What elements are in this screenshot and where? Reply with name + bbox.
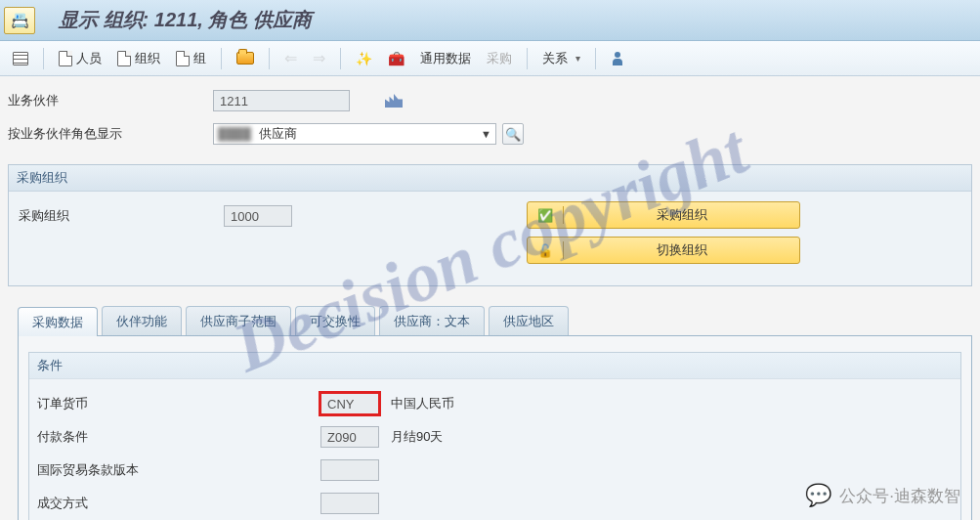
button-label: 人员 [76,50,102,67]
nav-back-button[interactable]: ⇐ [277,46,304,71]
factory-icon[interactable] [385,94,403,108]
role-combobox[interactable]: ████ 供应商 ▼ [213,123,496,145]
condition-label: 订单货币 [37,395,320,412]
wizard-button[interactable]: ✨ [349,46,379,71]
purchase-org-row: 采购组织 [19,201,292,231]
condition-input[interactable] [320,493,379,514]
condition-input[interactable] [320,459,379,481]
tab-panel: 条件 订单货币中国人民币付款条件月结90天国际贸易条款版本成交方式 [18,336,972,520]
user-settings-button[interactable] [604,46,631,71]
tabstrip: 采购数据伙伴功能供应商子范围可交换性供应商：文本供应地区 [18,306,972,336]
condition-row: 付款条件月结90天 [37,422,953,452]
blurred-code: ████ [218,127,251,141]
role-label: 按业务伙伴角色显示 [8,125,213,143]
relations-button[interactable]: 关系 ▾ [535,46,587,71]
condition-label: 国际贸易条款版本 [37,461,320,479]
combo-value: 供应商 [259,125,297,143]
button-label: 组 [193,50,206,67]
button-label: 关系 [542,50,568,67]
condition-description: 月结90天 [391,428,443,446]
condition-label: 付款条件 [37,428,320,446]
menu-icon [13,52,28,65]
partner-row: 业务伙伴 [8,86,972,115]
document-icon [176,51,190,66]
titlebar: 📇 显示 组织: 1211, 角色 供应商 [0,0,980,41]
separator [595,48,596,69]
arrow-left-icon: ⇐ [284,49,297,67]
conditions-groupbox: 条件 订单货币中国人民币付款条件月结90天国际贸易条款版本成交方式 [28,352,961,520]
separator [563,241,564,259]
button-label: 切换组织 [572,241,791,259]
partner-label: 业务伙伴 [8,92,213,109]
condition-description: 中国人民币 [391,395,454,412]
purchase-org-input[interactable] [224,205,292,227]
general-data-button[interactable]: 通用数据 [413,46,478,71]
separator [340,48,341,69]
role-row: 按业务伙伴角色显示 ████ 供应商 ▼ 🔍 [8,119,972,149]
person-icon [611,52,624,65]
tab-5[interactable]: 供应地区 [489,306,569,335]
chevron-down-icon[interactable]: ▼ [481,128,491,140]
tab-4[interactable]: 供应商：文本 [379,306,485,335]
separator [221,48,222,69]
arrow-right-icon: ⇒ [313,49,325,67]
condition-row: 国际贸易条款版本 [37,455,953,485]
folder-open-icon [236,52,254,65]
group-button[interactable]: 组 [169,46,213,71]
page-title: 显示 组织: 1211, 角色 供应商 [59,7,312,33]
check-icon: ✅ [535,208,555,223]
switch-org-button[interactable]: 🔓 切换组织 [527,237,800,264]
document-icon [59,51,72,66]
partner-input[interactable] [213,90,350,111]
groupbox-title: 采购组织 [9,165,971,192]
tab-0[interactable]: 采购数据 [18,307,98,336]
condition-label: 成交方式 [37,495,320,512]
tab-3[interactable]: 可交换性 [295,306,375,335]
action-buttons: ✅ 采购组织 🔓 切换组织 [527,201,800,272]
separator [563,206,564,224]
button-label: 采购组织 [572,206,791,224]
search-help-button[interactable]: 🔍 [502,123,524,145]
separator [269,48,270,69]
open-button[interactable] [230,46,261,71]
separator [527,48,528,69]
purchase-org-button[interactable]: ✅ 采购组织 [527,201,800,229]
separator [43,48,44,69]
menu-button[interactable] [6,46,35,71]
condition-input[interactable] [320,426,379,448]
content-area: 业务伙伴 按业务伙伴角色显示 ████ 供应商 ▼ 🔍 采购组织 采购组织 ✅ … [0,76,980,520]
purchase-org-groupbox: 采购组织 采购组织 ✅ 采购组织 🔓 切换组织 [8,164,972,286]
groupbox-title: 条件 [29,353,960,379]
condition-row: 成交方式 [37,489,953,518]
chevron-down-icon: ▾ [575,53,580,64]
app-icon[interactable]: 📇 [4,7,35,34]
button-label: 采购 [487,50,512,67]
nav-forward-button[interactable]: ⇒ [306,46,332,71]
tab-2[interactable]: 供应商子范围 [186,306,291,335]
purchasing-button[interactable]: 采购 [480,46,519,71]
organization-button[interactable]: 组织 [110,46,167,71]
check-button[interactable]: 🧰 [381,46,411,71]
toolbar: 人员 组织 组 ⇐ ⇒ ✨ 🧰 通用数据 采购 关系 ▾ [0,41,980,76]
condition-input[interactable] [320,393,379,414]
button-label: 组织 [135,50,160,67]
button-label: 通用数据 [420,50,471,67]
toolkit-icon: 🧰 [388,51,405,66]
condition-row: 订单货币中国人民币 [37,389,953,418]
person-button[interactable]: 人员 [52,46,108,71]
purchase-org-label: 采购组织 [19,207,224,225]
lock-icon: 🔓 [535,243,555,258]
document-icon [117,51,131,66]
wand-icon: ✨ [356,51,372,66]
tab-1[interactable]: 伙伴功能 [102,306,182,335]
